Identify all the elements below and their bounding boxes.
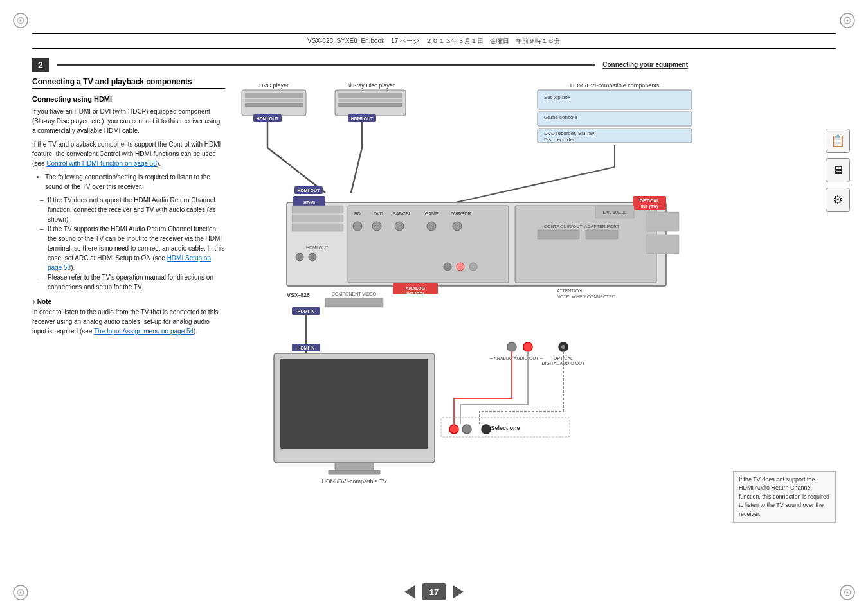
svg-text:LAN 10/100: LAN 10/100	[603, 210, 627, 215]
svg-text:COMPONENT VIDEO: COMPONENT VIDEO	[332, 292, 377, 296]
chapter-number: 2	[32, 58, 49, 72]
file-info: VSX-828_SYXE8_En.book 17 ページ ２０１３年３月１日 金…	[307, 37, 561, 44]
svg-text:DVD: DVD	[374, 211, 383, 216]
svg-point-78	[457, 263, 464, 271]
bluray-label: Blu-ray Disc player	[346, 82, 395, 89]
svg-point-100	[482, 425, 491, 434]
svg-line-34	[351, 148, 362, 193]
right-panel: DVD player HDMI OUT Blu-ray Disc player	[235, 77, 836, 574]
note-box: Note In order to listen to the audio fro…	[32, 298, 225, 336]
tv-note-text: If the TV does not support the HDMI Audi…	[739, 476, 829, 517]
bullet-list: The following connection/setting is requ…	[39, 172, 225, 191]
dash-item-2: If the TV supports the HDMI Audio Return…	[42, 224, 225, 272]
svg-rect-42	[292, 215, 343, 222]
svg-text:NOTE: WHEN CONNECTED: NOTE: WHEN CONNECTED	[557, 294, 615, 299]
svg-text:HDMI OUT: HDMI OUT	[257, 116, 279, 121]
svg-text:Disc recorder: Disc recorder	[544, 137, 575, 143]
svg-point-94	[561, 345, 565, 349]
svg-rect-21	[338, 103, 402, 107]
svg-text:DVR/BDR: DVR/BDR	[451, 211, 471, 216]
svg-point-53	[372, 222, 381, 231]
prev-page-button[interactable]	[404, 585, 415, 598]
svg-rect-76	[325, 298, 383, 307]
page-container: 📋 🖥 ⚙ VSX-828_SYXE8_En.book 17 ページ ２０１３年…	[0, 0, 868, 613]
tv-note-box: If the TV does not support the HDMI Audi…	[733, 471, 836, 524]
svg-text:HDMI: HDMI	[303, 200, 315, 205]
link-input-assign[interactable]: The Input Assign menu on page 54	[94, 328, 194, 335]
next-page-button[interactable]	[453, 585, 464, 598]
svg-rect-15	[245, 103, 303, 107]
chapter-title: Connecting your equipment	[602, 61, 688, 69]
corner-bl	[12, 583, 30, 601]
connection-diagram: DVD player HDMI OUT Blu-ray Disc player	[235, 77, 763, 527]
dash-list: If the TV does not support the HDMI Audi…	[42, 195, 225, 292]
svg-point-2	[20, 20, 22, 22]
svg-text:HDMI OUT: HDMI OUT	[298, 188, 320, 193]
main-content: Connecting a TV and playback components …	[32, 77, 836, 574]
svg-line-32	[267, 148, 325, 193]
note-text: In order to listen to the audio from the…	[32, 307, 225, 336]
svg-rect-86	[329, 470, 380, 474]
section-title: Connecting a TV and playback components	[32, 77, 225, 89]
svg-point-91	[507, 342, 516, 351]
svg-rect-66	[586, 230, 618, 239]
top-bar: VSX-828_SYXE8_En.book 17 ページ ２０１３年３月１日 金…	[32, 33, 836, 49]
svg-rect-61	[647, 212, 679, 231]
svg-text:HDMI OUT: HDMI OUT	[306, 245, 329, 250]
svg-text:VSX-828: VSX-828	[287, 292, 310, 298]
svg-rect-68	[538, 230, 579, 239]
svg-text:─ ANALOG AUDIO OUT ─: ─ ANALOG AUDIO OUT ─	[489, 356, 543, 360]
svg-point-79	[469, 263, 477, 271]
svg-text:Set-top box: Set-top box	[544, 94, 570, 100]
note-title: Note	[32, 298, 225, 305]
svg-rect-84	[280, 359, 428, 449]
corner-br	[838, 583, 856, 601]
svg-text:ANALOG: ANALOG	[406, 286, 426, 290]
body-text-2: If the TV and playback components suppor…	[32, 139, 225, 168]
svg-rect-57	[515, 206, 656, 283]
svg-text:GAME: GAME	[425, 211, 439, 216]
dash-item-1: If the TV does not support the HDMI Audi…	[42, 195, 225, 224]
svg-text:ATTENTION: ATTENTION	[557, 289, 582, 293]
svg-point-69	[296, 253, 303, 261]
svg-text:HDMI OUT: HDMI OUT	[351, 116, 374, 121]
svg-point-99	[462, 425, 471, 434]
svg-text:DVD recorder, Blu-ray: DVD recorder, Blu-ray	[544, 130, 594, 136]
svg-rect-14	[245, 99, 303, 102]
page-number: 17	[422, 583, 446, 600]
svg-text:HDMI IN: HDMI IN	[298, 346, 315, 350]
corner-tr	[838, 12, 856, 30]
svg-text:HDMI IN: HDMI IN	[298, 309, 315, 314]
svg-point-56	[453, 222, 462, 231]
svg-point-11	[847, 592, 849, 594]
svg-text:SAT/CBL: SAT/CBL	[393, 211, 411, 216]
svg-point-92	[523, 342, 532, 351]
svg-point-77	[444, 263, 451, 271]
svg-text:Select one: Select one	[491, 425, 520, 431]
svg-rect-20	[338, 99, 402, 102]
corner-tl	[12, 12, 30, 30]
svg-rect-46	[348, 206, 509, 283]
chapter-header: 2 Connecting your equipment	[32, 58, 688, 72]
body-text-1: If you have an HDMI or DVI (with HDCP) e…	[32, 107, 225, 136]
svg-point-8	[20, 592, 22, 594]
svg-text:HDMI/DVI-compatible TV: HDMI/DVI-compatible TV	[322, 478, 387, 484]
svg-text:OPTICAL: OPTICAL	[640, 199, 660, 203]
svg-line-36	[441, 167, 615, 206]
link-control-hdmi[interactable]: Control with HDMI function on page 58	[46, 160, 157, 167]
svg-point-55	[427, 222, 436, 231]
svg-text:ADAPTER PORT: ADAPTER PORT	[584, 224, 620, 229]
svg-point-98	[449, 425, 458, 434]
svg-rect-41	[292, 206, 343, 213]
svg-rect-43	[292, 224, 343, 231]
svg-text:IN1 (CD): IN1 (CD)	[406, 292, 424, 297]
svg-rect-62	[647, 235, 679, 254]
svg-point-52	[353, 222, 362, 231]
subsection-hdmi: Connecting using HDMI	[32, 95, 225, 103]
page-nav: 17	[404, 583, 464, 600]
left-panel: Connecting a TV and playback components …	[32, 77, 225, 574]
diagram-container: DVD player HDMI OUT Blu-ray Disc player	[235, 77, 836, 574]
svg-text:BD: BD	[354, 211, 361, 216]
bullet-item-1: The following connection/setting is requ…	[45, 172, 225, 191]
svg-point-70	[309, 253, 316, 261]
